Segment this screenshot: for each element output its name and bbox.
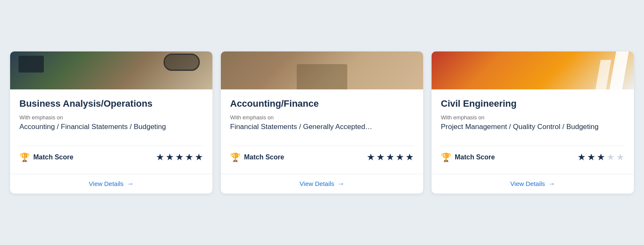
- star-filled: ★: [386, 152, 394, 163]
- card-body: Business Analysis/Operations With emphas…: [10, 89, 212, 174]
- emphasis-label: With emphasis on: [19, 114, 203, 121]
- card-title: Accounting/Finance: [230, 98, 414, 110]
- view-details-label: View Details: [89, 180, 123, 187]
- cards-container: Business Analysis/Operations With emphas…: [8, 51, 636, 194]
- view-details-label: View Details: [300, 180, 334, 187]
- star-filled: ★: [376, 152, 385, 163]
- star-filled: ★: [587, 152, 596, 163]
- view-details-label: View Details: [510, 180, 545, 187]
- star-filled: ★: [597, 152, 605, 163]
- card-image-1: [10, 51, 212, 89]
- card-footer: View Details →: [10, 174, 212, 194]
- card-title: Civil Engineering: [441, 98, 625, 110]
- arrow-icon: →: [338, 180, 344, 188]
- emphasis-label: With emphasis on: [230, 114, 414, 121]
- star-filled: ★: [175, 152, 184, 163]
- card-image-3: [432, 51, 634, 89]
- match-score-row: 🏆 Match Score ★★★★★: [441, 145, 625, 167]
- star-filled: ★: [367, 152, 375, 163]
- star-filled: ★: [405, 152, 414, 163]
- trophy-icon: 🏆: [441, 152, 451, 162]
- stars-container: ★★★★★: [367, 152, 414, 163]
- card-body: Accounting/Finance With emphasis on Fina…: [221, 89, 423, 174]
- star-filled: ★: [156, 152, 164, 163]
- match-score-label: Match Score: [244, 153, 363, 161]
- emphasis-text: Project Management / Quality Control / B…: [441, 122, 625, 139]
- view-details-link[interactable]: View Details →: [89, 180, 134, 188]
- emphasis-text: Accounting / Financial Statements / Budg…: [19, 122, 203, 139]
- match-score-row: 🏆 Match Score ★★★★★: [19, 145, 203, 167]
- arrow-icon: →: [548, 180, 555, 188]
- trophy-icon: 🏆: [230, 152, 241, 162]
- star-filled: ★: [195, 152, 203, 163]
- job-card-1: Business Analysis/Operations With emphas…: [10, 51, 212, 194]
- view-details-link[interactable]: View Details →: [300, 180, 344, 188]
- card-body: Civil Engineering With emphasis on Proje…: [432, 89, 634, 174]
- emphasis-text: Financial Statements / Generally Accepte…: [230, 122, 414, 139]
- arrow-icon: →: [127, 180, 134, 188]
- match-score-label: Match Score: [33, 153, 153, 161]
- card-title: Business Analysis/Operations: [19, 98, 203, 110]
- trophy-icon: 🏆: [19, 152, 30, 162]
- star-filled: ★: [166, 152, 174, 163]
- card-footer: View Details →: [432, 174, 634, 194]
- job-card-2: Accounting/Finance With emphasis on Fina…: [221, 51, 423, 194]
- star-empty: ★: [616, 152, 625, 163]
- match-score-label: Match Score: [455, 153, 574, 161]
- view-details-link[interactable]: View Details →: [510, 180, 555, 188]
- star-filled: ★: [185, 152, 193, 163]
- stars-container: ★★★★★: [577, 152, 625, 163]
- card-footer: View Details →: [221, 174, 423, 194]
- star-filled: ★: [396, 152, 404, 163]
- stars-container: ★★★★★: [156, 152, 203, 163]
- card-image-2: [221, 51, 423, 89]
- star-filled: ★: [577, 152, 586, 163]
- emphasis-label: With emphasis on: [441, 114, 625, 121]
- star-empty: ★: [606, 152, 615, 163]
- match-score-row: 🏆 Match Score ★★★★★: [230, 145, 414, 167]
- job-card-3: Civil Engineering With emphasis on Proje…: [432, 51, 634, 194]
